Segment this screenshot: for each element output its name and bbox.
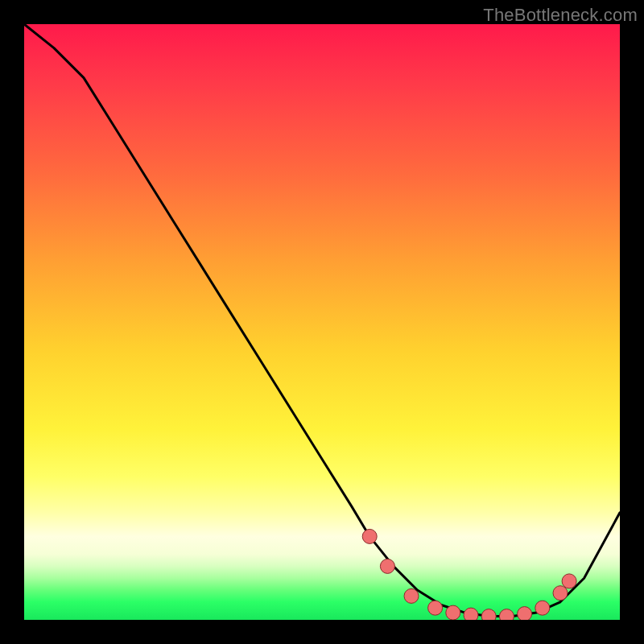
data-marker <box>562 574 576 588</box>
data-marker <box>380 559 394 573</box>
data-marker <box>535 601 550 615</box>
data-marker <box>446 605 460 620</box>
data-marker <box>553 586 568 601</box>
marker-group <box>362 529 576 620</box>
data-marker <box>499 609 514 620</box>
data-marker <box>404 588 419 603</box>
data-marker <box>464 608 478 620</box>
bottleneck-curve <box>24 24 620 617</box>
plot-area <box>24 24 620 620</box>
data-marker <box>362 529 377 543</box>
data-marker <box>428 601 443 615</box>
curve-layer <box>24 24 620 620</box>
data-marker <box>518 607 532 620</box>
data-marker <box>481 609 496 620</box>
watermark-text: TheBottleneck.com <box>483 5 638 26</box>
chart-frame: TheBottleneck.com <box>0 0 644 644</box>
curve-group <box>24 24 620 617</box>
